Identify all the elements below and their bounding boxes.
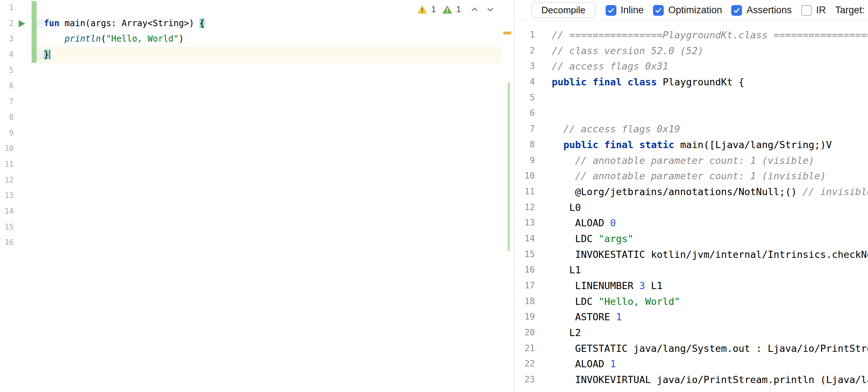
checkbox-label: Assertions	[746, 5, 792, 16]
code-token: "args"	[598, 233, 634, 244]
code-line[interactable]: // annotable parameter count: 1 (invisib…	[552, 168, 826, 184]
line-number[interactable]: 10	[0, 141, 14, 157]
code-line[interactable]: public final static main([Ljava/lang/Str…	[552, 137, 832, 153]
line-number[interactable]: 12	[0, 173, 14, 188]
change-stripe-mark	[508, 82, 510, 251]
code-line[interactable]: public final class PlaygroundKt {	[552, 74, 744, 90]
line-number[interactable]: 9	[0, 126, 14, 141]
warning-count: 1	[431, 4, 436, 14]
code-line[interactable]: // annotable parameter count: 1 (visible…	[552, 153, 815, 169]
code-token	[552, 139, 564, 150]
checkbox-unchecked-icon[interactable]	[801, 5, 812, 16]
code-line[interactable]: @Lorg/jetbrains/annotations/NotNull;() /…	[552, 184, 868, 200]
line-number[interactable]: 5	[0, 63, 14, 79]
code-line[interactable]	[44, 94, 501, 110]
code-line[interactable]	[44, 235, 501, 251]
code-line[interactable]: fun main(args: Array<String>) {	[44, 16, 501, 32]
gutter-slot	[14, 219, 44, 235]
bytecode-lines[interactable]: 1// ================PlaygroundKt.class =…	[515, 21, 868, 388]
gutter-fold-icon[interactable]	[37, 51, 43, 58]
code-line[interactable]: println("Hello, World")	[44, 31, 501, 47]
code-line[interactable]: L1	[552, 262, 581, 278]
line-number[interactable]: 3	[0, 31, 14, 47]
code-line[interactable]: LDC "args"	[552, 231, 634, 247]
code-line[interactable]	[44, 204, 501, 219]
line-number[interactable]: 2	[0, 16, 14, 32]
checkbox-checked-icon[interactable]	[731, 5, 742, 16]
checkbox-checked-icon[interactable]	[606, 5, 616, 16]
code-line[interactable]: // ================PlaygroundKt.class ==…	[552, 27, 868, 43]
code-line[interactable]: INVOKESTATIC kotlin/jvm/internal/Intrins…	[552, 247, 868, 263]
code-line[interactable]: }	[44, 47, 501, 63]
code-token: PlaygroundKt {	[657, 76, 745, 88]
text-caret	[49, 50, 50, 59]
line-number[interactable]: 4	[0, 47, 14, 63]
code-line[interactable]	[44, 63, 501, 79]
code-line[interactable]	[44, 110, 501, 126]
previous-highlight-chevron-up-icon[interactable]	[470, 4, 480, 14]
editor-line: 8	[0, 110, 501, 126]
bytecode-line: 9 // annotable parameter count: 1 (visib…	[515, 153, 868, 169]
code-line[interactable]: GETSTATIC java/lang/System.out : Ljava/i…	[552, 341, 868, 356]
line-number: 16	[515, 262, 535, 278]
kotlin-bytecode-pane[interactable]: Decompile InlineOptimizationAssertionsIR…	[515, 0, 868, 392]
checkbox-inline[interactable]: Inline	[606, 5, 644, 16]
code-line[interactable]: L2	[552, 325, 581, 341]
kotlin-editor-pane[interactable]: 12fun main(args: Array<String>) {3 print…	[0, 0, 501, 392]
code-line[interactable]: // access flags 0x19	[552, 121, 680, 137]
editor-line: 5	[0, 63, 501, 79]
weak-warning-icon[interactable]	[442, 5, 453, 14]
bytecode-line: 1// ================PlaygroundKt.class =…	[515, 27, 868, 43]
code-line[interactable]	[44, 141, 501, 157]
gutter-slot	[14, 63, 44, 79]
line-number[interactable]: 11	[0, 157, 14, 173]
code-line[interactable]: L0	[552, 200, 581, 216]
code-line[interactable]: ASTORE 1	[552, 309, 622, 325]
checkbox-label: Inline	[621, 5, 644, 16]
inspection-widget[interactable]: 1 1	[415, 4, 497, 15]
code-token: // ================PlaygroundKt.class ==…	[552, 29, 868, 41]
code-line[interactable]: LDC "Hello, World"	[552, 294, 680, 310]
code-line[interactable]	[44, 126, 501, 141]
gutter-fold-icon[interactable]	[37, 20, 43, 27]
line-number[interactable]: 16	[0, 235, 14, 251]
code-line[interactable]: LINENUMBER 3 L1	[552, 278, 663, 294]
bytecode-line: 21 GETSTATIC java/lang/System.out : Ljav…	[515, 341, 868, 356]
editor-line: 2fun main(args: Array<String>) {	[0, 16, 501, 32]
code-line[interactable]	[44, 219, 501, 235]
decompile-button[interactable]: Decompile	[531, 3, 596, 18]
line-number[interactable]: 1	[0, 0, 14, 16]
line-number[interactable]: 7	[0, 94, 14, 110]
checkbox-optimization[interactable]: Optimization	[653, 5, 722, 16]
line-number[interactable]: 15	[0, 219, 14, 235]
line-number[interactable]: 14	[0, 204, 14, 219]
code-token: ALOAD	[552, 217, 610, 228]
code-line[interactable]	[44, 78, 501, 94]
code-line[interactable]: ALOAD 0	[552, 215, 616, 231]
code-token: {	[200, 18, 205, 28]
line-number[interactable]: 8	[0, 110, 14, 126]
line-number: 22	[515, 356, 535, 372]
warning-stripe-mark[interactable]	[503, 32, 511, 34]
code-token: // annotable parameter count: 1 (visible…	[575, 155, 814, 166]
line-number[interactable]: 13	[0, 188, 14, 204]
code-line[interactable]	[44, 173, 501, 188]
run-icon[interactable]	[19, 20, 25, 27]
checkbox-assertions[interactable]: Assertions	[731, 5, 792, 16]
editor-scrollbar-stripe[interactable]	[501, 0, 514, 392]
warning-icon[interactable]	[417, 5, 428, 14]
code-token: fun	[44, 18, 59, 28]
checkbox-ir[interactable]: IR	[801, 5, 826, 16]
code-line[interactable]	[44, 188, 501, 204]
code-token	[44, 34, 65, 44]
code-line[interactable]: INVOKEVIRTUAL java/io/PrintStream.printl…	[552, 372, 868, 388]
checkbox-checked-icon[interactable]	[653, 5, 664, 16]
gutter-slot	[14, 157, 44, 173]
line-number[interactable]: 6	[0, 78, 14, 94]
code-line[interactable]: ALOAD 1	[552, 356, 616, 372]
code-line[interactable]: // class version 52.0 (52)	[552, 43, 704, 59]
code-token: LDC	[552, 296, 598, 307]
next-highlight-chevron-down-icon[interactable]	[485, 4, 495, 14]
code-line[interactable]: // access flags 0x31	[552, 58, 668, 74]
code-line[interactable]	[44, 157, 501, 173]
